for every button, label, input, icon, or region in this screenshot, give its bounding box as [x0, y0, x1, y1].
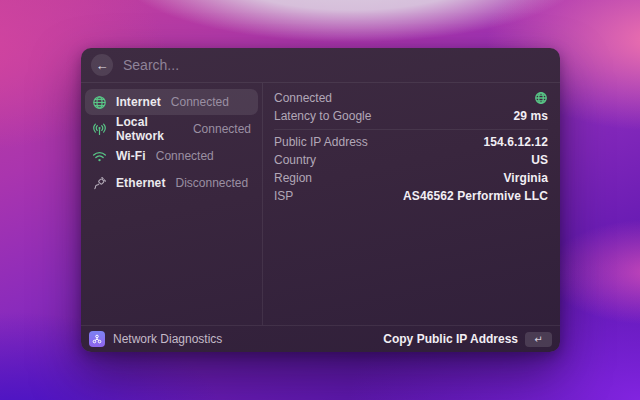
detail-label: Country	[274, 153, 316, 167]
sidebar-item-local-network[interactable]: Local Network Connected	[85, 116, 258, 142]
detail-panel: Connected Latency to Google 29 ms	[263, 83, 560, 325]
detail-value: 154.6.12.12	[484, 135, 549, 149]
sidebar-item-status: Connected	[156, 149, 214, 163]
detail-value: Virginia	[503, 171, 548, 185]
sidebar-item-label: Local Network	[116, 115, 183, 143]
detail-label: Latency to Google	[274, 109, 371, 123]
detail-row-region: Region Virginia	[274, 169, 548, 187]
sidebar-item-ethernet[interactable]: Ethernet Disconnected	[85, 170, 258, 196]
footer-app: Network Diagnostics	[89, 331, 222, 347]
sidebar-item-label: Internet	[116, 95, 161, 109]
copy-public-ip-action[interactable]: Copy Public IP Address ↵	[383, 332, 552, 347]
detail-label: Region	[274, 171, 312, 185]
detail-label: ISP	[274, 189, 293, 203]
search-bar: ←	[81, 48, 560, 83]
sidebar-item-internet[interactable]: Internet Connected	[85, 89, 258, 115]
main-content: Internet Connected Local Network Connect…	[81, 83, 560, 325]
sidebar-item-status: Disconnected	[175, 176, 248, 190]
return-key-icon: ↵	[525, 332, 552, 347]
desktop: { "search": { "placeholder": "Search..."…	[0, 0, 640, 400]
network-diagnostics-window: ← Internet Connected	[81, 48, 560, 352]
arrow-left-icon: ←	[96, 59, 109, 72]
search-input[interactable]	[123, 57, 550, 73]
sidebar-item-label: Ethernet	[116, 176, 165, 190]
wifi-icon	[92, 149, 107, 164]
detail-row-latency: Latency to Google 29 ms	[274, 107, 548, 125]
network-nodes-icon	[89, 331, 105, 347]
antenna-broadcast-icon	[92, 122, 107, 137]
footer-app-name: Network Diagnostics	[113, 332, 222, 346]
detail-label: Public IP Address	[274, 135, 368, 149]
globe-icon	[92, 95, 107, 110]
action-label: Copy Public IP Address	[383, 332, 518, 346]
detail-value: US	[531, 153, 548, 167]
detail-row-isp: ISP AS46562 Performive LLC	[274, 187, 548, 205]
sidebar: Internet Connected Local Network Connect…	[81, 83, 262, 325]
detail-row-connected: Connected	[274, 89, 548, 107]
detail-label: Connected	[274, 91, 332, 105]
sidebar-item-status: Connected	[193, 122, 251, 136]
detail-value: AS46562 Performive LLC	[403, 189, 548, 203]
detail-section-divider	[274, 129, 548, 130]
sidebar-item-status: Connected	[171, 95, 229, 109]
detail-row-public-ip: Public IP Address 154.6.12.12	[274, 133, 548, 151]
detail-value: 29 ms	[513, 109, 548, 123]
globe-icon	[534, 91, 548, 105]
sidebar-item-wifi[interactable]: Wi-Fi Connected	[85, 143, 258, 169]
detail-row-country: Country US	[274, 151, 548, 169]
sidebar-item-label: Wi-Fi	[116, 149, 146, 163]
back-button[interactable]: ←	[91, 54, 113, 76]
footer-bar: Network Diagnostics Copy Public IP Addre…	[81, 325, 560, 352]
plug-icon	[92, 176, 107, 191]
